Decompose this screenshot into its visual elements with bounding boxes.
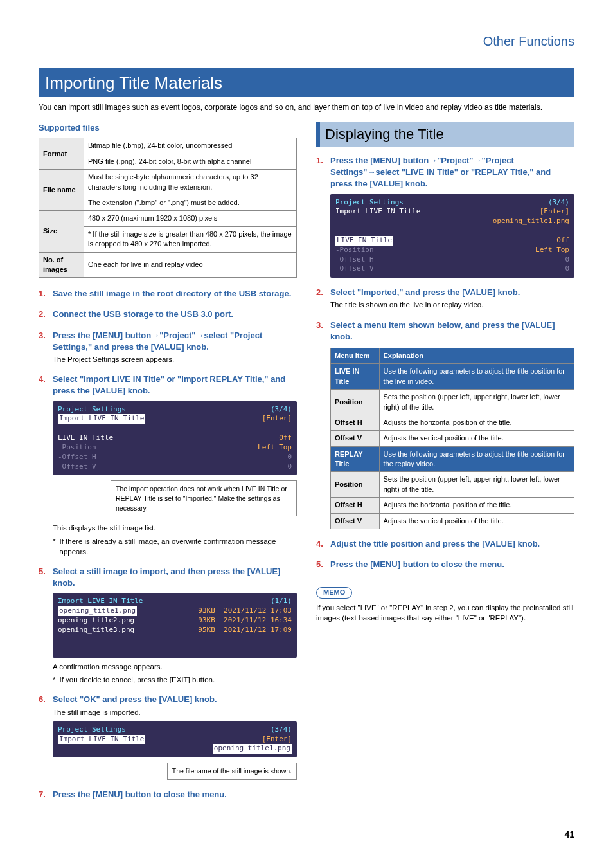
- step3-body: The Project Settings screen appears.: [53, 354, 297, 365]
- step6-body: The still image is imported.: [53, 707, 297, 718]
- menu-table: Menu itemExplanation LIVE IN TitleUse th…: [330, 348, 574, 529]
- filename-v2: The extension (".bmp" or ".png") must be…: [84, 195, 297, 210]
- intro-text: You can import still images such as even…: [39, 102, 574, 113]
- right-steps: Press the [MENU] button→"Project"→"Proje…: [316, 155, 574, 570]
- format-v1: Bitmap file (.bmp), 24-bit color, uncomp…: [84, 138, 297, 154]
- left-column: Supported files Format Bitmap file (.bmp…: [39, 122, 297, 809]
- step4-callout: The import operation does not work when …: [111, 480, 297, 516]
- size-v1: 480 x 270 (maximum 1920 x 1080) pixels: [84, 211, 297, 226]
- page-number: 41: [39, 829, 574, 842]
- step4-foot1: This displays the still image list.: [53, 523, 297, 533]
- supported-files-table: Format Bitmap file (.bmp), 24-bit color,…: [39, 138, 297, 278]
- step5: Select a still image to import, and then…: [53, 566, 280, 588]
- step6: Select "OK" and press the [VALUE] knob.: [53, 694, 217, 704]
- screen-b: Import LIVE IN Title(1/1) opening_title1…: [53, 593, 297, 658]
- filename-v1: Must be single-byte alphanumeric charact…: [84, 170, 297, 195]
- supported-files-heading: Supported files: [39, 122, 297, 134]
- screen-c: Project Settings(3/4) Import LIVE IN Tit…: [53, 721, 297, 758]
- right-column: Displaying the Title Press the [MENU] bu…: [316, 122, 574, 809]
- step5-foot1: A confirmation message appears.: [53, 662, 297, 672]
- format-v2: PNG file (.png), 24-bit color, 8-bit wit…: [84, 154, 297, 169]
- format-label: Format: [39, 138, 84, 170]
- section-header: Other Functions: [39, 32, 574, 53]
- step5-foot2: If you decide to cancel, press the [EXIT…: [53, 674, 297, 685]
- filename-label: File name: [39, 170, 84, 211]
- screen-d: Project Settings(3/4) Import LIVE IN Tit…: [330, 194, 574, 278]
- memo-badge: MEMO: [316, 587, 352, 598]
- r-step2-body: The title is shown on the live in or rep…: [330, 300, 574, 310]
- num-v1: One each for live in and replay video: [84, 252, 297, 278]
- size-label: Size: [39, 211, 84, 252]
- screen-a: Project Settings(3/4) Import LIVE IN Tit…: [53, 401, 297, 476]
- num-label: No. of images: [39, 252, 84, 278]
- step7: Press the [MENU] button to close the men…: [53, 790, 227, 799]
- step6-callout: The filename of the still image is shown…: [167, 763, 297, 780]
- step1: Save the still image in the root directo…: [53, 289, 291, 298]
- step4: Select "Import LIVE IN Title" or "Import…: [53, 374, 285, 395]
- r-step4: Adjust the title position and press the …: [330, 539, 540, 548]
- step2: Connect the USB storage to the USB 3.0 p…: [53, 309, 233, 319]
- memo-body: If you select "LIVE" or "REPLAY" in step…: [316, 602, 574, 623]
- r-step5: Press the [MENU] button to close the men…: [330, 559, 504, 569]
- r-step3: Select a menu item shown below, and pres…: [330, 320, 555, 341]
- step4-foot2: If there is already a still image, an ov…: [53, 536, 297, 557]
- r-step1: Press the [MENU] button→"Project"→"Proje…: [330, 156, 551, 188]
- right-title: Displaying the Title: [316, 122, 574, 147]
- r-step2: Select "Imported," and press the [VALUE]…: [330, 287, 520, 297]
- left-steps: Save the still image in the root directo…: [39, 288, 297, 800]
- size-v2: * If the still image size is greater tha…: [84, 226, 297, 252]
- page-title-banner: Importing Title Materials: [39, 68, 574, 97]
- step3: Press the [MENU] button→"Project"→select…: [53, 330, 262, 352]
